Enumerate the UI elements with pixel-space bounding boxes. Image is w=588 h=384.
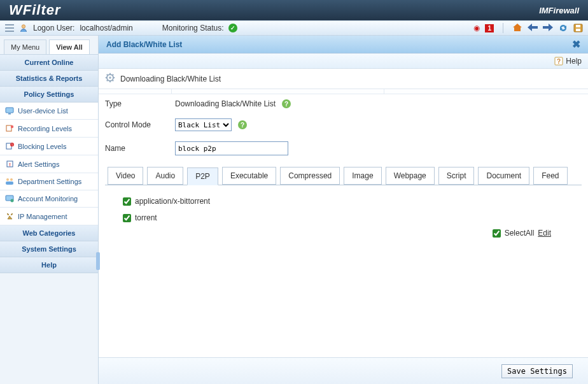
home-icon[interactable] [512,23,522,34]
tab-document[interactable]: Document [478,167,529,185]
svg-line-27 [113,80,114,82]
tab-p2p[interactable]: P2P [187,167,218,185]
svg-rect-15 [6,181,13,185]
tab-feed[interactable]: Feed [533,167,567,185]
account-icon [5,195,14,203]
sidebar-item-account[interactable]: Account Monitoring [0,190,98,208]
tools-icon [5,212,14,220]
logon-label: Logon User: [33,24,74,32]
help-hint-icon[interactable]: ? [282,99,291,108]
alert-badge[interactable]: 1 [485,24,494,32]
divider-row [99,89,588,94]
tab-audio[interactable]: Audio [147,167,183,185]
check-label: torrent [135,213,157,222]
svg-rect-5 [8,113,11,115]
sidebar-item-alert[interactable]: ! Alert Settings [0,155,98,173]
sidebar-head-system[interactable]: System Settings [0,241,98,257]
sidebar-item-label: Alert Settings [18,160,59,168]
help-icon[interactable]: ? [554,57,563,66]
category-tabs: Video Audio P2P Executable Compressed Im… [99,160,588,185]
mode-select[interactable]: Black List [175,118,232,131]
sidebar-head-current[interactable]: Current Online [0,55,98,71]
tab-my-menu[interactable]: My Menu [4,39,46,54]
page-header: Add Black/White List ✖ [99,36,588,53]
content: Add Black/White List ✖ ? Help Downloadin… [99,36,588,384]
sidebar-item-label: User-device List [18,107,68,115]
record-icon [5,124,14,132]
svg-rect-3 [576,29,580,31]
svg-line-29 [107,80,108,82]
logon-value: localhost/admin [80,24,132,32]
check-bittorrent[interactable] [123,197,131,206]
svg-text:?: ? [557,57,561,64]
back-icon[interactable] [528,23,538,33]
save-icon[interactable] [573,24,583,32]
svg-text:!: ! [9,162,11,167]
svg-point-0 [22,25,25,28]
tab-image[interactable]: Image [344,167,381,185]
menu-icon[interactable] [5,24,14,32]
check-label: application/x-bittorrent [135,197,210,206]
status-bar: Logon User: localhost/admin Monitoring S… [0,20,588,36]
sidebar-item-ip[interactable]: IP Management [0,208,98,225]
svg-point-17 [11,199,14,203]
separator [503,23,503,33]
sidebar-item-user-device[interactable]: User-device List [0,103,98,120]
dept-icon [5,178,14,185]
sidebar-item-recording[interactable]: Recording Levels [0,120,98,138]
page-title: Add Black/White List [106,40,182,49]
tab-compressed[interactable]: Compressed [280,167,340,185]
sidebar-item-department[interactable]: Department Settings [0,173,98,190]
help-label[interactable]: Help [566,57,582,66]
sidebar-tabs: My Menu View All [0,36,98,54]
tab-view-all[interactable]: View All [49,39,90,54]
monitor-icon [5,107,14,115]
footer-bar: Save Settings [99,357,588,384]
sidebar-item-label: IP Management [18,213,67,220]
sidebar-head-webcat[interactable]: Web Categories [0,225,98,241]
sidebar-item-blocking[interactable]: Blocking Levels [0,138,98,155]
tab-body: application/x-bittorrent torrent SelectA… [105,185,582,312]
mode-label: Control Mode [105,120,169,129]
app-logo: WFilter [9,2,61,18]
alert-icon: ! [5,160,14,168]
sidebar-drag-handle[interactable] [96,252,100,270]
tab-webpage[interactable]: Webpage [386,167,435,185]
svg-point-13 [6,178,9,181]
gear-icon [105,73,115,85]
svg-rect-4 [6,108,13,113]
sidebar-item-label: Blocking Levels [18,143,66,150]
close-icon[interactable]: ✖ [572,38,580,50]
save-settings-button[interactable]: Save Settings [501,364,573,378]
sidebar-head-stats[interactable]: Statistics & Reports [0,71,98,87]
type-label: Type [105,99,169,108]
type-value: Downloading Black/White List [175,99,276,108]
sidebar-head-policy[interactable]: Policy Settings [0,87,98,103]
main-area: My Menu View All Current Online Statisti… [0,36,588,384]
selectall-checkbox[interactable] [493,229,501,238]
tab-executable[interactable]: Executable [222,167,276,185]
sidebar-head-help[interactable]: Help [0,257,98,273]
monitoring-label: Monitoring Status: [162,24,224,32]
svg-line-26 [107,75,108,76]
name-input[interactable] [175,141,288,155]
tab-video[interactable]: Video [108,167,143,185]
svg-rect-6 [6,125,11,131]
edit-link[interactable]: Edit [538,229,551,238]
pin-icon[interactable]: ◉ [473,24,480,32]
refresh-icon[interactable] [558,24,568,32]
row-mode: Control Mode Black List ? [99,113,588,136]
help-hint-icon[interactable]: ? [238,120,247,129]
block-icon [5,142,14,150]
svg-point-7 [10,125,13,128]
section-header: Downloading Black/White List [99,69,588,89]
sidebar: My Menu View All Current Online Statisti… [0,36,99,384]
check-torrent[interactable] [123,214,131,222]
forward-icon[interactable] [543,23,553,33]
tab-script[interactable]: Script [438,167,475,185]
sidebar-item-label: Department Settings [18,178,81,185]
check-row: application/x-bittorrent [123,193,564,210]
check-row: torrent [123,210,564,226]
user-icon [19,24,28,32]
status-ok-icon: ✓ [228,24,237,32]
